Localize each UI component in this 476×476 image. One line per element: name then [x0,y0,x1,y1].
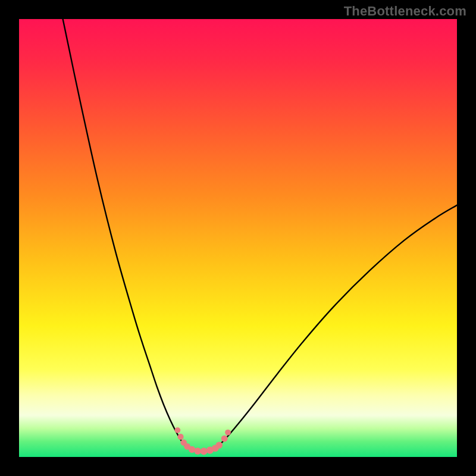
data-marker [221,436,228,442]
data-marker [178,434,184,440]
plot-area [19,19,457,457]
data-marker [194,447,201,455]
watermark-text: TheBottleneck.com [344,4,466,19]
gradient-background [19,19,457,457]
chart-frame: TheBottleneck.com [0,0,476,476]
data-marker [216,441,223,448]
chart-svg [19,19,457,457]
data-marker [201,447,208,455]
data-marker [225,430,231,436]
data-marker [175,427,181,433]
